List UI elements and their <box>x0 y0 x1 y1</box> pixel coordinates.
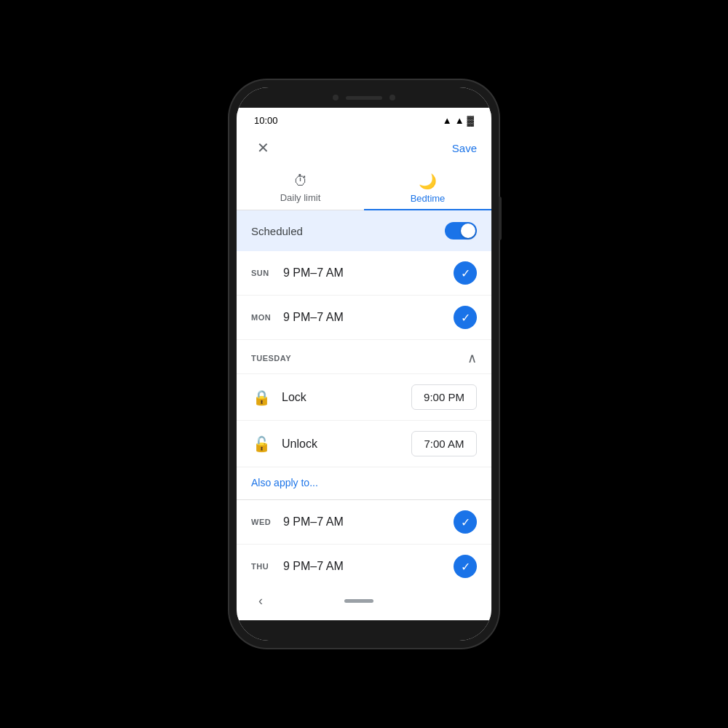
wed-check[interactable]: ✓ <box>454 510 477 534</box>
wed-row[interactable]: WED 9 PM–7 AM ✓ <box>237 500 491 545</box>
sun-label: SUN <box>251 269 280 277</box>
mon-time: 9 PM–7 AM <box>280 311 454 324</box>
bottom-nav: ‹ <box>237 586 491 620</box>
lock-label: Lock <box>282 391 401 404</box>
scheduled-toggle[interactable] <box>445 222 477 240</box>
mon-label: MON <box>251 313 280 322</box>
content-area: Scheduled SUN 9 PM–7 AM ✓ MON 9 PM–7 AM … <box>237 210 491 586</box>
top-bar: ✕ Save <box>237 130 491 165</box>
unlock-label: Unlock <box>282 438 401 451</box>
camera-dot-left <box>333 95 339 100</box>
thu-time: 9 PM–7 AM <box>280 560 454 573</box>
notch-area <box>237 87 491 108</box>
unlock-time-button[interactable]: 7:00 AM <box>411 431 477 456</box>
thu-label: THU <box>251 562 280 571</box>
speaker-bar <box>346 96 382 100</box>
timer-icon: ⏱ <box>293 173 308 189</box>
wed-label: WED <box>251 518 280 526</box>
unlock-row: 🔓 Unlock 7:00 AM <box>237 421 491 467</box>
status-time: 10:00 <box>254 115 278 126</box>
bottom-bar <box>237 620 491 641</box>
battery-icon: ▓ <box>467 115 474 126</box>
tuesday-chevron-icon[interactable]: ∧ <box>467 350 477 366</box>
thu-check[interactable]: ✓ <box>454 555 477 578</box>
also-apply-row: Also apply to... <box>237 467 491 500</box>
wed-time: 9 PM–7 AM <box>280 515 454 529</box>
camera-dot-right <box>389 95 395 100</box>
unlock-icon: 🔓 <box>251 435 272 453</box>
tab-daily-limit-label: Daily limit <box>280 192 321 203</box>
also-apply-link[interactable]: Also apply to... <box>251 477 318 488</box>
tuesday-label: TUESDAY <box>251 354 291 363</box>
mon-check[interactable]: ✓ <box>454 306 477 329</box>
status-bar: 10:00 ▲ ▲ ▓ <box>237 108 491 130</box>
phone-frame: 10:00 ▲ ▲ ▓ ✕ Save ⏱ Daily limit 🌙 <box>229 80 499 648</box>
scheduled-label: Scheduled <box>251 225 303 237</box>
sun-row[interactable]: SUN 9 PM–7 AM ✓ <box>237 251 491 296</box>
wifi-icon: ▲ <box>443 115 452 126</box>
status-icons: ▲ ▲ ▓ <box>443 115 474 126</box>
sun-check[interactable]: ✓ <box>454 261 477 285</box>
tuesday-header[interactable]: TUESDAY ∧ <box>237 340 491 374</box>
tab-daily-limit[interactable]: ⏱ Daily limit <box>237 165 364 210</box>
sun-time: 9 PM–7 AM <box>280 266 454 280</box>
phone-screen: 10:00 ▲ ▲ ▓ ✕ Save ⏱ Daily limit 🌙 <box>237 87 491 641</box>
tab-bedtime[interactable]: 🌙 Bedtime <box>364 165 491 210</box>
signal-icon: ▲ <box>455 115 464 126</box>
close-button[interactable]: ✕ <box>251 136 274 159</box>
tabs: ⏱ Daily limit 🌙 Bedtime <box>237 165 491 210</box>
mon-row[interactable]: MON 9 PM–7 AM ✓ <box>237 296 491 340</box>
lock-icon: 🔒 <box>251 389 272 406</box>
home-pill[interactable] <box>344 599 373 603</box>
lock-row: 🔒 Lock 9:00 PM <box>237 374 491 421</box>
save-button[interactable]: Save <box>452 142 477 154</box>
lock-time-button[interactable]: 9:00 PM <box>411 384 477 410</box>
tab-bedtime-label: Bedtime <box>411 193 446 204</box>
thu-row[interactable]: THU 9 PM–7 AM ✓ <box>237 545 491 586</box>
scheduled-row: Scheduled <box>237 210 491 251</box>
back-button[interactable]: ‹ <box>258 593 263 609</box>
moon-icon: 🌙 <box>419 173 437 190</box>
